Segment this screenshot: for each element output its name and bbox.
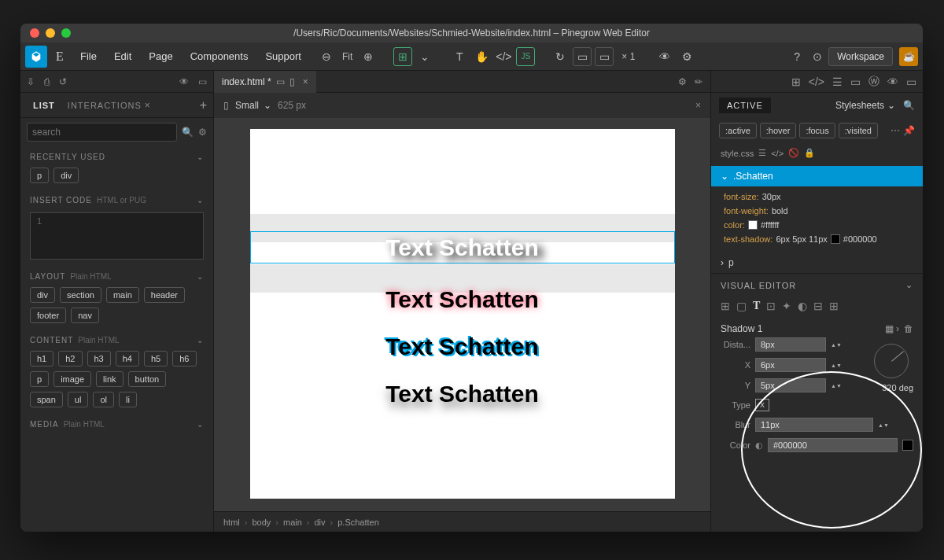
close-doc-icon[interactable]: ×: [303, 76, 308, 87]
panel-icon-r[interactable]: ▭: [906, 76, 916, 88]
js-toggle-icon[interactable]: JS: [516, 47, 535, 66]
ve-dimensions-icon[interactable]: ⊡: [766, 300, 776, 312]
distance-input[interactable]: [755, 337, 826, 352]
zoom-out-icon[interactable]: ⊖: [317, 47, 336, 66]
viewport-size-dropdown[interactable]: Small ⌄: [235, 100, 271, 111]
text-shadow-sample-4[interactable]: Text Schatten: [250, 381, 675, 407]
menu-page[interactable]: Page: [141, 46, 180, 67]
coffee-icon[interactable]: ☕: [899, 47, 918, 66]
more-states-icon[interactable]: ⋯: [891, 125, 900, 136]
eye-icon[interactable]: 👁: [179, 76, 189, 87]
close-tab-icon[interactable]: ×: [145, 100, 150, 111]
dist-stepper[interactable]: ▲▼: [831, 342, 840, 348]
ve-layout-icon[interactable]: ⊞: [721, 300, 730, 312]
shadow-type-toggle[interactable]: X: [755, 399, 769, 411]
code-view-icon[interactable]: </>: [494, 47, 513, 66]
ve-flex-icon[interactable]: ⊟: [813, 300, 823, 312]
bc-body[interactable]: body: [252, 518, 271, 527]
active-tab[interactable]: ACTIVE: [719, 98, 771, 113]
doc-tab-index[interactable]: index.html * ▭ ▯ ×: [214, 71, 316, 93]
x-offset-input[interactable]: [755, 358, 826, 372]
tree-icon[interactable]: ☰: [832, 76, 843, 88]
bc-main[interactable]: main: [283, 518, 302, 527]
tag-p[interactable]: p: [30, 168, 49, 183]
prop-text-shadow[interactable]: text-shadow:: [724, 234, 773, 244]
ve-effects-icon[interactable]: ✦: [782, 300, 791, 312]
settings-gear-icon[interactable]: ⚙: [677, 47, 696, 66]
tag-layout-nav[interactable]: nav: [71, 308, 99, 323]
prop-color[interactable]: color:: [724, 220, 745, 230]
selected-element[interactable]: Text Schatten: [250, 231, 675, 263]
device-icon[interactable]: ▭: [276, 76, 285, 87]
add-shadow-icon[interactable]: ▦ ›: [885, 323, 899, 334]
zoom-fit-label[interactable]: Fit: [339, 50, 356, 64]
maximize-window-button[interactable]: [61, 28, 71, 38]
delete-shadow-icon[interactable]: 🗑: [904, 323, 913, 334]
y-offset-input[interactable]: [755, 378, 826, 392]
tag-image[interactable]: image: [53, 371, 91, 387]
search-global-icon[interactable]: ⊙: [808, 47, 827, 66]
tag-h4[interactable]: h4: [116, 351, 139, 367]
library-icon[interactable]: ▭: [850, 76, 861, 88]
text-tool-icon[interactable]: T: [450, 47, 469, 66]
undo-icon[interactable]: ↺: [59, 76, 67, 87]
search-styles-icon[interactable]: 🔍: [903, 100, 915, 111]
bc-p-schatten[interactable]: p.Schatten: [337, 518, 379, 527]
color-picker-icon[interactable]: ◐: [755, 440, 763, 451]
layout-mode-icon[interactable]: ⊞: [791, 76, 801, 88]
refresh-icon[interactable]: ↻: [551, 47, 570, 66]
blur-input[interactable]: [755, 418, 873, 432]
list-icon[interactable]: ☰: [758, 148, 766, 158]
color-swatch-white[interactable]: [748, 220, 758, 230]
blur-stepper[interactable]: ▲▼: [878, 422, 887, 428]
section-insert-code[interactable]: INSERT CODEHTML or PUG⌄: [20, 190, 213, 209]
section-recently-used[interactable]: RECENTLY USED⌄: [20, 146, 213, 166]
tag-h3[interactable]: h3: [87, 351, 111, 367]
x-stepper[interactable]: ▲▼: [831, 363, 840, 368]
tag-h2[interactable]: h2: [58, 351, 82, 367]
color-swatch-black[interactable]: [831, 234, 840, 244]
device-preview-icon[interactable]: ▯: [223, 100, 229, 111]
tag-h5[interactable]: h5: [144, 351, 168, 367]
tag-link[interactable]: link: [96, 371, 124, 387]
hand-tool-icon[interactable]: ✋: [472, 47, 491, 66]
y-stepper[interactable]: ▲▼: [831, 383, 840, 389]
ve-grid-icon[interactable]: ⊞: [829, 300, 839, 312]
menu-edit[interactable]: Edit: [106, 46, 139, 67]
tag-div[interactable]: div: [53, 168, 79, 183]
tab-interactions[interactable]: INTERACTIONS: [61, 98, 148, 113]
menu-components[interactable]: Components: [183, 46, 256, 67]
help-icon[interactable]: ?: [787, 47, 806, 66]
section-layout[interactable]: LAYOUTPlain HTML⌄: [20, 266, 213, 286]
library-search-input[interactable]: [27, 123, 177, 142]
import-icon[interactable]: ⇩: [27, 76, 35, 87]
tag-button[interactable]: button: [128, 371, 167, 387]
code-icon[interactable]: </>: [771, 149, 784, 158]
add-tab-icon[interactable]: +: [200, 98, 207, 112]
prop-font-size[interactable]: font-size:: [724, 192, 759, 201]
tag-h1[interactable]: h1: [30, 351, 53, 367]
tag-layout-header[interactable]: header: [144, 287, 185, 303]
text-shadow-sample-3[interactable]: Text Schatten: [250, 333, 675, 360]
zoom-in-icon[interactable]: ⊕: [359, 47, 378, 66]
text-shadow-sample-2[interactable]: Text Schatten: [250, 286, 675, 313]
prop-font-weight[interactable]: font-weight:: [724, 206, 769, 216]
ve-margin-icon[interactable]: ▢: [736, 300, 747, 312]
code-mode-icon[interactable]: </>: [809, 76, 824, 88]
state-active[interactable]: :active: [719, 123, 757, 138]
device-1-icon[interactable]: ▭: [573, 47, 592, 66]
pinegrow-logo-icon[interactable]: [25, 46, 47, 68]
print-icon[interactable]: ⎙: [44, 76, 50, 87]
eye-icon-r[interactable]: 👁: [887, 76, 898, 88]
code-input[interactable]: 1: [30, 212, 204, 260]
adjust-icon[interactable]: ⚙: [678, 76, 687, 87]
visibility-icon[interactable]: 👁: [655, 47, 674, 66]
tag-p2[interactable]: p: [30, 371, 49, 387]
tag-ol[interactable]: ol: [93, 392, 114, 407]
grid-toggle-icon[interactable]: ⊞: [393, 47, 412, 66]
section-media[interactable]: MEDIAPlain HTML⌄: [20, 414, 213, 433]
menu-file[interactable]: File: [72, 46, 105, 67]
tag-span[interactable]: span: [30, 392, 63, 407]
tag-h6[interactable]: h6: [172, 351, 196, 367]
search-icon[interactable]: 🔍: [182, 127, 194, 138]
